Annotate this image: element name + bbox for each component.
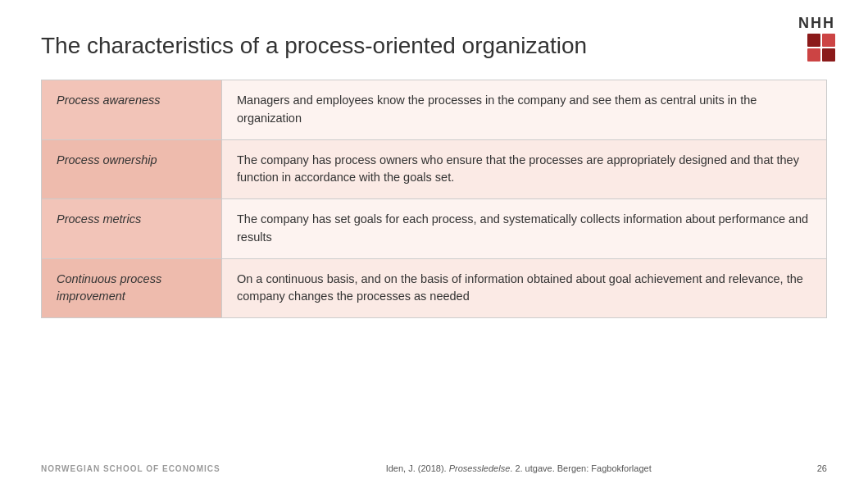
footer-school-name: NORWEGIAN SCHOOL OF ECONOMICS <box>41 464 220 473</box>
nhh-label: NHH <box>798 15 835 32</box>
characteristics-table: Process awareness Managers and employees… <box>41 80 827 318</box>
term-cell: Process awareness <box>42 80 222 140</box>
slide-container: NHH The characteristics of a process-ori… <box>0 0 868 488</box>
term-cell: Process metrics <box>42 199 222 259</box>
grid-cell-3 <box>807 48 820 62</box>
desc-cell: The company has process owners who ensur… <box>222 139 827 199</box>
grid-cell-2 <box>822 34 835 47</box>
footer-page-number: 26 <box>817 463 827 473</box>
term-cell: Process ownership <box>42 139 222 199</box>
footer-reference: Iden, J. (2018). Prosessledelse. 2. utga… <box>237 463 801 473</box>
nhh-grid-icon <box>807 34 835 62</box>
table-row: Process awareness Managers and employees… <box>42 80 827 140</box>
desc-cell: On a continuous basis, and on the basis … <box>222 258 827 318</box>
grid-cell-4 <box>822 48 835 62</box>
table-row: Continuous process improvement On a cont… <box>42 258 827 318</box>
table-row: Process metrics The company has set goal… <box>42 199 827 259</box>
desc-cell: The company has set goals for each proce… <box>222 199 827 259</box>
footer-reference-italic: Prosessledelse <box>449 463 511 473</box>
term-cell: Continuous process improvement <box>42 258 222 318</box>
grid-cell-1 <box>807 34 820 47</box>
footer: NORWEGIAN SCHOOL OF ECONOMICS Iden, J. (… <box>0 463 868 473</box>
page-title: The characteristics of a process-oriente… <box>41 33 827 59</box>
table-row: Process ownership The company has proces… <box>42 139 827 199</box>
desc-cell: Managers and employees know the processe… <box>222 80 827 140</box>
nhh-logo: NHH <box>798 15 835 62</box>
